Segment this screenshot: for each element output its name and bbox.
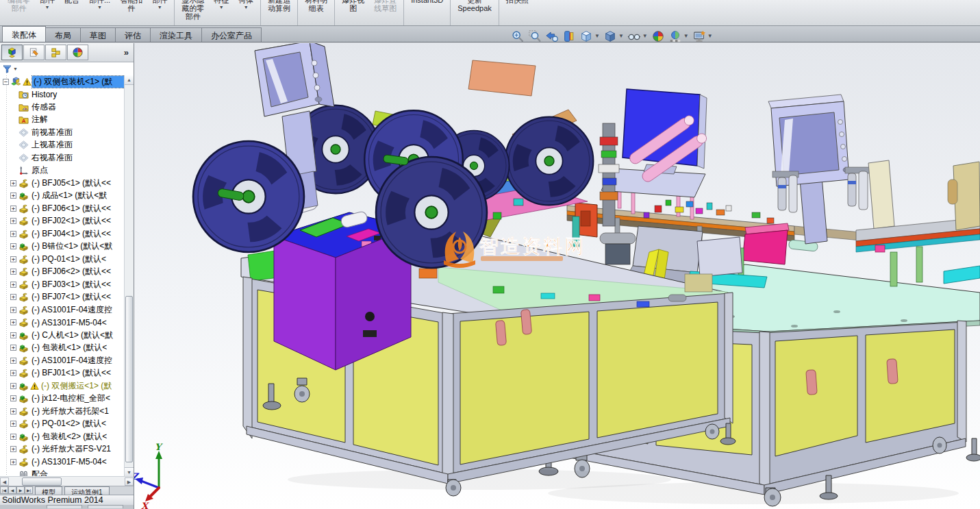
tree-vertical-scrollbar[interactable]: ▲ ▼ [124, 75, 134, 477]
expand-toggle[interactable]: + [10, 408, 16, 414]
zoom-to-area-button[interactable] [527, 29, 543, 43]
tab-草图[interactable]: 草图 [80, 27, 116, 42]
tree-item[interactable]: +(-) BFJ04<1> (默认<< [0, 227, 125, 240]
tree-item[interactable]: +(-) PQ-01<1> (默认< [0, 253, 125, 266]
tree-item[interactable]: +(-) BFJ05<1> (默认<< [0, 177, 125, 190]
vertical-scroll-thumb[interactable] [125, 296, 133, 462]
apply-scene-button[interactable]: ▼ [667, 29, 690, 43]
model-tab-nav-button[interactable]: |◀ [0, 486, 8, 494]
model-tab-nav-button[interactable]: ◀ [8, 486, 16, 494]
scroll-down-arrow[interactable]: ▼ [125, 467, 134, 477]
panel-overflow-chevron[interactable]: » [124, 47, 134, 58]
tree-item[interactable]: +(-) 光纤放大器FS-V21 [0, 443, 125, 456]
model-tab-运动算例1[interactable]: 运动算例1 [64, 486, 110, 495]
expand-toggle[interactable]: + [10, 345, 16, 351]
ribbon-button[interactable]: 更新 Speedpak [453, 0, 497, 12]
tab-displaymanager[interactable] [67, 45, 88, 60]
tree-filter-bar[interactable]: ▼ [0, 62, 134, 76]
ribbon-button[interactable]: 编辑零 部件 [3, 0, 35, 12]
previous-view-button[interactable] [544, 29, 560, 43]
expand-toggle[interactable]: + [10, 307, 16, 313]
scroll-left-arrow[interactable]: ◀ [0, 477, 9, 486]
expand-toggle[interactable]: + [10, 180, 16, 186]
expand-toggle[interactable]: + [10, 446, 16, 452]
section-view-button[interactable] [561, 29, 577, 43]
graphics-area[interactable]: 智造资料网 Y Z X [134, 43, 980, 509]
tree-item[interactable]: +(-) BFJ07<1> (默认<< [0, 291, 125, 304]
scroll-up-arrow[interactable]: ▲ [125, 75, 134, 85]
expand-toggle[interactable]: + [10, 358, 16, 364]
tree-item[interactable]: +(-) AS1301F-M5-04< [0, 316, 125, 330]
assembly-3d-scene[interactable]: 智造资料网 Y Z X [134, 43, 980, 509]
tree-item[interactable]: +原点 [0, 164, 125, 177]
model-tab-nav-button[interactable]: ▶ [16, 486, 25, 494]
display-style-button[interactable]: ▼ [602, 29, 625, 43]
ribbon-button[interactable]: 爆炸视 图 [337, 0, 369, 12]
tree-horizontal-scrollbar[interactable]: ◀ ▶ [0, 476, 134, 486]
expand-toggle[interactable]: + [10, 193, 16, 199]
expand-toggle[interactable]: + [10, 206, 16, 212]
ribbon-button[interactable]: 显示隐 藏的零 部件 [177, 0, 209, 21]
ribbon-button[interactable]: 智能扣 件 [115, 0, 147, 12]
tree-item[interactable]: +右视基准面 [0, 151, 125, 164]
tree-item[interactable]: +(-) 成品<1> (默认<默 [0, 190, 125, 203]
tree-item[interactable]: +(-) AS1001F-04速度控 [0, 303, 125, 316]
expand-toggle[interactable]: + [10, 395, 16, 401]
hide-show-items-button[interactable]: ▼ [626, 29, 649, 43]
tree-item[interactable]: −(-) 双侧包装机<1> (默 [0, 75, 125, 88]
tree-item[interactable]: +传感器 [0, 101, 125, 114]
expand-toggle[interactable]: + [10, 459, 16, 465]
tree-item[interactable]: +注解 [0, 114, 125, 127]
tab-装配体[interactable]: 装配体 [2, 26, 46, 42]
ribbon-button[interactable]: 配合 [60, 0, 84, 4]
model-tab-模型[interactable]: 模型 [35, 486, 62, 495]
expand-toggle[interactable]: + [10, 434, 16, 440]
tree-item[interactable]: +(-) BFJ06<2> (默认<< [0, 266, 125, 279]
expand-toggle[interactable]: + [10, 383, 16, 389]
tab-configurationmanager[interactable] [45, 45, 66, 60]
tab-办公室产品[interactable]: 办公室产品 [201, 27, 262, 42]
view-orientation-button[interactable]: ▼ [578, 29, 601, 43]
expand-toggle[interactable]: − [3, 79, 9, 85]
tree-item[interactable]: +(-) BFJ01<1> (默认<< [0, 367, 125, 380]
ribbon-button[interactable]: 爆炸直 线草图 [369, 0, 401, 12]
tree-item[interactable]: +(-) PQ-01<2> (默认< [0, 418, 125, 431]
edit-appearance-button[interactable] [650, 29, 666, 43]
expand-toggle[interactable]: + [10, 370, 16, 376]
horizontal-scroll-thumb[interactable] [22, 477, 62, 486]
expand-toggle[interactable]: + [10, 332, 16, 338]
tree-item[interactable]: +(-) BFJ06<1> (默认<< [0, 202, 125, 215]
tree-item[interactable]: +(-) 双侧搬运<1> (默 [0, 380, 125, 393]
scroll-right-arrow[interactable]: ▶ [125, 477, 134, 486]
view-settings-button[interactable]: ▼ [691, 29, 714, 43]
model-tab-nav-button[interactable]: ▶| [25, 486, 33, 494]
ribbon-button[interactable]: 何体▼ [234, 0, 258, 10]
tab-featuremanager-tree[interactable] [1, 45, 23, 60]
tree-item[interactable]: +(-) 包装机<2> (默认< [0, 430, 125, 443]
expand-toggle[interactable]: + [10, 269, 16, 275]
tree-item[interactable]: +前视基准面 [0, 126, 125, 139]
expand-toggle[interactable]: + [10, 319, 16, 325]
expand-toggle[interactable]: + [10, 231, 16, 237]
tab-评估[interactable]: 评估 [115, 27, 151, 42]
tree-item[interactable]: +上视基准面 [0, 139, 125, 152]
tree-item[interactable]: +(-) AS1301F-M5-04< [0, 456, 125, 469]
tree-item[interactable]: +(-) AS1001F-04速度控 [0, 354, 125, 367]
tree-item[interactable]: +History [0, 88, 125, 101]
ribbon-button[interactable]: 拍快照 [501, 0, 533, 4]
ribbon-button[interactable]: 部件▼ [147, 0, 172, 10]
tree-item[interactable]: +(-) B错位<1> (默认<默 [0, 240, 125, 253]
tab-propertymanager[interactable] [23, 45, 45, 60]
tree-item[interactable]: +(-) BFJ02<1> (默认<< [0, 215, 125, 228]
zoom-to-fit-button[interactable] [510, 29, 526, 43]
expand-toggle[interactable]: + [10, 218, 16, 224]
expand-toggle[interactable]: + [10, 256, 16, 262]
tree-item[interactable]: +(-) 光纤放大器托架<1 [0, 405, 125, 418]
tree-item[interactable]: +(-) BFJ03<1> (默认<< [0, 278, 125, 291]
ribbon-button[interactable]: 新建运 动算例 [263, 0, 295, 12]
tree-item[interactable]: +(-) C人机<1> (默认<默 [0, 329, 125, 342]
tab-布局[interactable]: 布局 [45, 27, 81, 42]
ribbon-button[interactable]: 部件...▼ [84, 0, 115, 10]
ribbon-button[interactable]: Instant3D [406, 0, 448, 4]
tree-item[interactable]: +(-) 包装机<1> (默认< [0, 342, 125, 355]
